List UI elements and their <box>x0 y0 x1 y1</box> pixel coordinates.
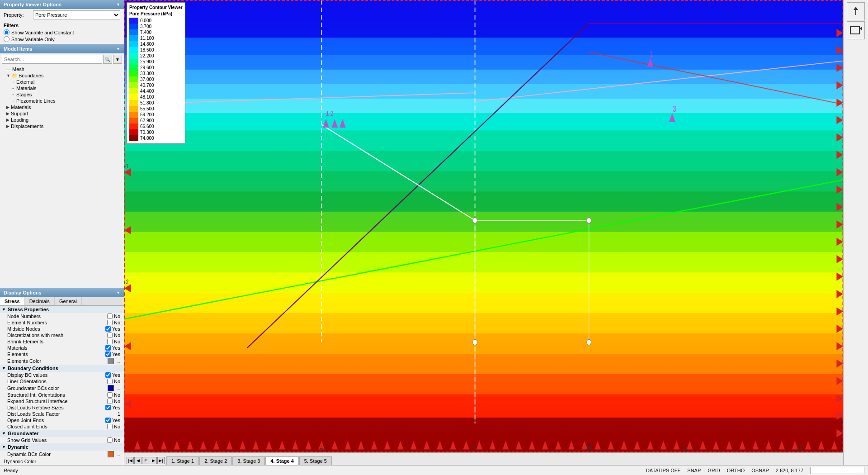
snap-status[interactable]: SNAP <box>687 468 701 473</box>
tree-item-materials-sub[interactable]: → Materials <box>0 85 124 91</box>
filter-button[interactable]: ▼ <box>113 55 122 64</box>
dynamic-header[interactable]: ▼ Dynamic <box>0 443 124 451</box>
grid-status[interactable]: GRID <box>708 468 720 473</box>
gw-bcs-color-swatch[interactable] <box>108 385 114 391</box>
search-input[interactable] <box>2 55 102 64</box>
svg-point-39 <box>473 218 477 223</box>
svg-point-42 <box>587 339 591 345</box>
dynamic-bcs-dots[interactable]: ... <box>117 452 120 457</box>
dynamic-bcs-color-swatch[interactable] <box>108 451 114 457</box>
tab-stress[interactable]: Stress <box>0 297 25 305</box>
nav-first-button[interactable]: |◀ <box>127 457 134 464</box>
main-canvas-svg[interactable]: 1 3 1 2 <box>124 0 843 452</box>
display-content: ▼ Stress Properties Node Numbers No Elem… <box>0 306 124 465</box>
display-bc-checkbox[interactable] <box>105 372 111 378</box>
boundary-conditions-header[interactable]: ▼ Boundary Conditions <box>0 365 124 372</box>
shrink-elements-label: Shrink Elements <box>7 339 107 344</box>
elements-checkbox[interactable] <box>105 352 111 357</box>
stage-tab-5[interactable]: 5. Stage 5 <box>299 456 332 465</box>
axis-label-4: 4 <box>320 443 323 451</box>
model-items-title: Model Items <box>4 46 33 52</box>
canvas-container[interactable]: Property Contour Viewer Pore Pressure (k… <box>124 0 843 452</box>
property-viewer-collapse[interactable]: ▼ <box>116 2 120 7</box>
closed-joint-ends-checkbox[interactable] <box>107 424 113 429</box>
materials-display-checkbox[interactable] <box>105 345 111 351</box>
display-bc-value: Yes <box>112 372 120 378</box>
nav-record-button[interactable]: # <box>142 457 149 464</box>
tree-item-stages[interactable]: → Stages <box>0 91 124 98</box>
main-container: Property Viewer Options ▼ Property: Pore… <box>0 0 868 475</box>
osnap-status[interactable]: OSNAP <box>751 468 769 473</box>
property-viewer-title: Property Viewer Options <box>4 2 61 7</box>
structural-orientations-row: Structural Int. Orientations No <box>0 392 124 398</box>
nav-prev-button[interactable]: ◀ <box>134 457 142 464</box>
structural-orientations-checkbox[interactable] <box>107 392 113 398</box>
stage-marker-1: 1 <box>650 50 653 58</box>
property-dropdown[interactable]: Pore Pressure <box>33 10 120 19</box>
shrink-elements-checkbox[interactable] <box>107 339 113 344</box>
ortho-status[interactable]: ORTHO <box>727 468 745 473</box>
structural-orientations-label: Structural Int. Orientations <box>7 392 107 398</box>
radio-show-variable-only[interactable] <box>4 36 9 42</box>
tree-label-stages: Stages <box>16 92 32 97</box>
elements-color-control: ... <box>108 358 120 364</box>
dist-loads-relative-checkbox[interactable] <box>105 405 111 410</box>
svg-rect-10 <box>124 130 843 151</box>
coords-input[interactable] <box>810 467 864 474</box>
dynamic-title: Dynamic <box>8 444 28 450</box>
element-numbers-checkbox[interactable] <box>107 320 113 325</box>
tree-container: — Mesh ▼ 📁 Boundaries → External → Ma <box>0 65 124 288</box>
show-grid-values-checkbox[interactable] <box>107 437 113 443</box>
display-options-collapse[interactable]: ▼ <box>116 290 120 295</box>
stage-tab-4[interactable]: 4. Stage 4 <box>265 456 298 465</box>
materials-display-control: Yes <box>105 345 120 351</box>
fit-view-button[interactable] <box>847 21 865 39</box>
stage-tab-1[interactable]: 1. Stage 1 <box>166 456 199 465</box>
tree-label-support: Support <box>11 111 28 116</box>
display-bc-row: Display BC values Yes <box>0 372 124 378</box>
stage-tab-2[interactable]: 2. Stage 2 <box>199 456 232 465</box>
stage-tab-3[interactable]: 3. Stage 3 <box>232 456 265 465</box>
open-joint-ends-checkbox[interactable] <box>105 418 111 423</box>
center-area: Property Contour Viewer Pore Pressure (k… <box>124 0 843 465</box>
liner-orientations-checkbox[interactable] <box>107 379 113 384</box>
elements-color-dots[interactable]: ... <box>117 359 120 364</box>
arrow-up-button[interactable] <box>847 2 865 20</box>
stage-marker-3: 3 <box>673 105 676 114</box>
node-numbers-checkbox[interactable] <box>107 314 113 319</box>
element-numbers-row: Element Numbers No <box>0 319 124 326</box>
tab-general[interactable]: General <box>55 297 82 305</box>
midside-nodes-checkbox[interactable] <box>105 326 111 332</box>
datatips-status[interactable]: DATATIPS OFF <box>646 468 680 473</box>
stress-properties-header[interactable]: ▼ Stress Properties <box>0 306 124 313</box>
tab-decimals[interactable]: Decimals <box>25 297 55 305</box>
nav-next-button[interactable]: ▶ <box>150 457 157 464</box>
open-joint-ends-label: Open Joint Ends <box>7 418 105 423</box>
tree-item-mesh[interactable]: — Mesh <box>0 66 124 72</box>
node-numbers-control: No <box>107 314 120 319</box>
gw-bcs-dots[interactable]: ... <box>117 386 120 391</box>
nav-last-button[interactable]: ▶| <box>157 457 165 464</box>
display-bc-label: Display BC values <box>7 372 105 378</box>
search-button[interactable]: 🔍 <box>103 55 112 64</box>
gw-bcs-color-control: ... <box>108 385 120 391</box>
discretizations-checkbox[interactable] <box>107 332 113 338</box>
tree-item-support[interactable]: ▶ Support <box>0 110 124 117</box>
radio-show-variable-constant[interactable] <box>4 29 9 35</box>
radio-label-2: Show Variable Only <box>11 37 55 42</box>
legend-item: 14.800 <box>129 41 183 47</box>
model-items-collapse[interactable]: ▼ <box>116 47 120 51</box>
show-grid-values-row: Show Grid Values No <box>0 437 124 443</box>
tree-item-loading[interactable]: ▶ Loading <box>0 117 124 123</box>
groundwater-header[interactable]: ▼ Groundwater <box>0 430 124 437</box>
tree-item-piezometric[interactable]: → Piezometric Lines <box>0 98 124 104</box>
filters-title: Filters <box>4 23 120 28</box>
expand-structural-checkbox[interactable] <box>107 399 113 404</box>
tree-item-external[interactable]: → External <box>0 79 124 85</box>
elements-color-swatch[interactable] <box>108 358 114 364</box>
tree-label-external: External <box>16 79 34 85</box>
tree-item-boundaries[interactable]: ▼ 📁 Boundaries <box>0 72 124 79</box>
tree-item-materials[interactable]: ▶ Materials <box>0 104 124 110</box>
top-area: Property Viewer Options ▼ Property: Pore… <box>0 0 868 465</box>
tree-item-displacements[interactable]: ▶ Displacements <box>0 123 124 129</box>
